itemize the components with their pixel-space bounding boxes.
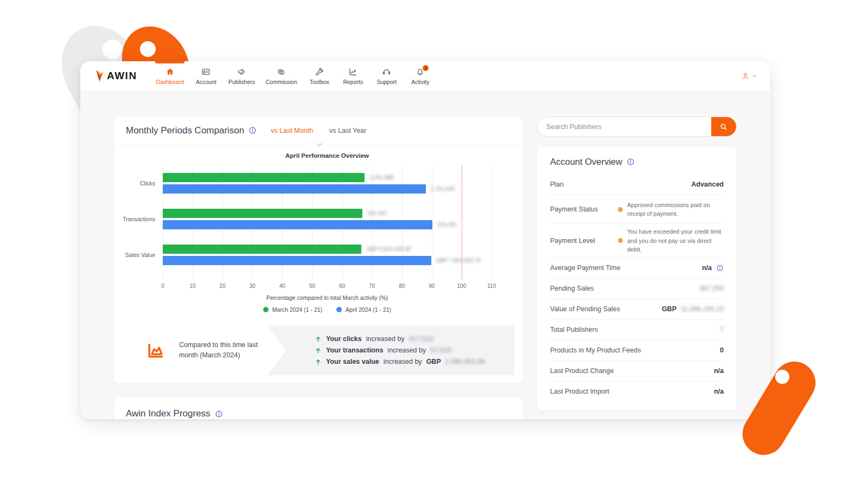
- legend-dot: [263, 307, 269, 312]
- tick-label: 50: [309, 283, 315, 289]
- account-row-label: Payment Status: [550, 206, 598, 213]
- tab-vs-last-year[interactable]: vs Last Year: [329, 127, 366, 134]
- stat-text: increased by: [387, 346, 426, 354]
- search-icon: [719, 123, 728, 131]
- info-icon[interactable]: [627, 158, 635, 166]
- value-text: Advanced: [691, 181, 724, 188]
- nav-item-support[interactable]: Support: [373, 61, 401, 91]
- nav-item-label: Commission: [266, 79, 297, 85]
- value-text: n/a: [714, 388, 724, 395]
- bar: [163, 256, 431, 265]
- search-input[interactable]: [538, 117, 711, 136]
- account-row-pending-sales: Pending Sales367,200: [550, 278, 724, 299]
- account-row-payment-level: Payment LevelYou have exceeded your cred…: [550, 223, 724, 258]
- tab-vs-last-month[interactable]: vs Last Month: [271, 127, 313, 134]
- account-row-value: Advanced: [691, 181, 724, 188]
- account-row-value: Approved commissions paid on receipt of …: [618, 201, 724, 219]
- awin-index-header: Awin Index Progress: [114, 397, 524, 419]
- stat-value: 417,512: [409, 335, 433, 343]
- info-icon[interactable]: [248, 126, 257, 134]
- summary-stats: Your clicksincreased by417,512Your trans…: [286, 325, 485, 375]
- account-row-label: Plan: [550, 181, 564, 188]
- account-row-value-of-pending-sales: Value of Pending SalesGBP11,066,190.10: [550, 299, 724, 319]
- category-label: Transactions: [114, 216, 163, 222]
- decorative-capsule-hole: [775, 370, 789, 384]
- chart-line-icon: [348, 67, 358, 76]
- bar-track: 162,442220,061: [163, 209, 492, 229]
- home-icon: [165, 67, 175, 76]
- user-menu[interactable]: [741, 61, 757, 91]
- info-icon[interactable]: [716, 264, 724, 272]
- chart-group-transactions: Transactions162,442220,061: [114, 209, 492, 229]
- nav-item-commission[interactable]: Commission: [263, 61, 300, 91]
- summary-stat: Your sales valueincreased byGBP2,060,453…: [315, 358, 485, 365]
- value-text: 11,066,190.10: [681, 305, 724, 313]
- stat-text: increased by: [384, 358, 422, 365]
- awin-logo[interactable]: AWIN: [94, 69, 137, 83]
- account-row-label: Payment Level: [550, 237, 595, 245]
- legend-item: April 2024 (1 - 21): [336, 306, 391, 313]
- bar-value-label: 1,761,600: [431, 186, 455, 192]
- account-row-total-publishers: Total Publishers7: [550, 319, 724, 340]
- bar-row: GBP 7,892,093.79: [163, 256, 492, 265]
- nav-item-label: Account: [196, 79, 216, 85]
- activity-badge: 0: [423, 65, 429, 71]
- stat-currency: GBP: [426, 358, 441, 365]
- nav-item-toolbox[interactable]: Toolbox: [305, 61, 334, 91]
- bar: [163, 173, 365, 182]
- account-row-average-payment-time: Average Payment Timen/a: [550, 258, 724, 278]
- bar-value-label: 220,061: [437, 222, 457, 228]
- nav-item-publishers[interactable]: Publishers: [226, 61, 258, 91]
- arrow-up-icon: [315, 347, 322, 354]
- info-icon[interactable]: [215, 410, 223, 418]
- value-text: 7: [720, 326, 724, 333]
- nav-item-dashboard[interactable]: Dashboard: [154, 61, 187, 91]
- monthly-periods-header: Monthly Periods Comparison vs Last Month…: [114, 117, 524, 145]
- bar: [163, 184, 426, 194]
- account-overview-title: Account Overview: [550, 157, 622, 167]
- stat-text: increased by: [366, 335, 405, 343]
- account-row-label: Total Publishers: [550, 326, 598, 333]
- account-overview-rows: PlanAdvancedPayment StatusApproved commi…: [537, 174, 737, 402]
- bar-track: GBP 5,831,639.80GBP 7,892,093.79: [163, 245, 492, 265]
- tick-label: 40: [279, 283, 285, 289]
- search-button[interactable]: [711, 117, 736, 137]
- value-text: 367,200: [699, 285, 724, 292]
- id-card-icon: [201, 67, 210, 76]
- chevron-down-icon: [751, 73, 757, 79]
- tick-label: 10: [190, 283, 196, 289]
- account-row-label: Average Payment Time: [550, 264, 621, 272]
- chart-legend: March 2024 (1 - 21)April 2024 (1 - 21): [163, 306, 492, 313]
- publisher-search: [537, 117, 737, 137]
- bar-row: GBP 5,831,639.80: [163, 245, 492, 254]
- brand-name: AWIN: [107, 70, 137, 82]
- stat-value: 57,619: [430, 346, 451, 354]
- arrow-up-icon: [315, 358, 322, 365]
- bar-row: 1,761,600: [163, 184, 492, 194]
- decorative-pin-gray-hole: [103, 40, 122, 59]
- nav-item-label: Reports: [343, 79, 363, 85]
- tick-label: 80: [399, 283, 405, 289]
- stat-lead: Your transactions: [326, 346, 383, 354]
- stat-value: 2,060,453.99: [445, 358, 485, 365]
- nav-item-account[interactable]: Account: [192, 61, 220, 91]
- legend-dot: [336, 307, 342, 312]
- account-row-label: Last Product Import: [550, 388, 609, 395]
- category-label: Sales Value: [114, 252, 163, 258]
- nav-item-label: Publishers: [228, 79, 255, 85]
- bar-row: 220,061: [163, 220, 492, 229]
- page: { "brand": { "name": "AWIN" }, "colors":…: [0, 0, 868, 488]
- bar-value-label: 1,041,988: [369, 175, 394, 181]
- status-text: Approved commissions paid on receipt of …: [627, 201, 724, 219]
- account-row-value: n/a: [714, 388, 724, 395]
- account-row-last-product-import: Last Product Importn/a: [550, 381, 724, 402]
- nav-item-label: Toolbox: [310, 79, 329, 85]
- nav-item-reports[interactable]: Reports: [339, 61, 367, 91]
- bell-icon: 0: [416, 67, 425, 76]
- nav-item-activity[interactable]: 0Activity: [406, 61, 435, 91]
- value-currency: GBP: [662, 305, 676, 313]
- account-row-value: 7: [720, 326, 724, 333]
- bar-row: 162,442: [163, 209, 492, 218]
- area-chart-icon: [144, 339, 167, 362]
- card-title: Monthly Periods Comparison: [126, 125, 244, 136]
